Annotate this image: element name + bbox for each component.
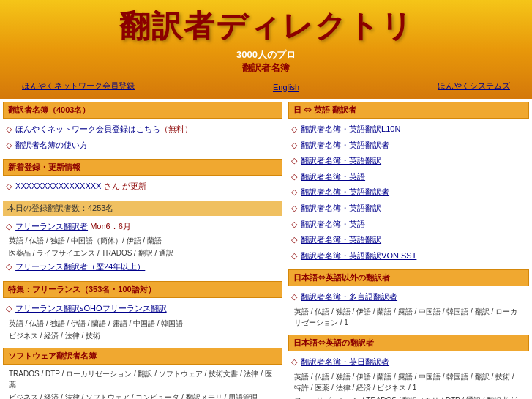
r2-info-text: 英語 / 仏語 / 独語 / 伊語 / 蘭語 / 露語 / 中国語 / 韓国語 … xyxy=(294,307,517,327)
new-item-suffix: さん xyxy=(104,182,120,190)
section-multilingual: 日本語⇔英語以外の翻訳者 ◇ 翻訳者名簿・多言語翻訳者 英語 / 仏語 / 独語… xyxy=(288,269,529,329)
section-ja-en-detail: 日本語⇔英語の翻訳者 ◇ 翻訳者名簿・英日翻訳者 英語 / 仏語 / 独語 / … xyxy=(288,335,529,399)
r-link1[interactable]: 翻訳者名簿・英語翻訳L10N xyxy=(301,124,400,133)
r-diamond2: ◇ xyxy=(291,141,297,149)
section-r3-header: 日本語⇔英語の翻訳者 xyxy=(288,335,529,351)
section-translator-list: 翻訳者名簿（4003名） ◇ ほんやくネットワーク会員登録はこちら（無料） ◇ … xyxy=(3,102,282,153)
featured-item1: ◇ フリーランス翻訳者 Mon6．6月 xyxy=(3,219,282,235)
count-info: 本日の登録翻訳者数：4253名 xyxy=(3,201,282,216)
special1-info2-text: ビジネス / 経済 / 法律 / 技術 xyxy=(9,332,100,340)
r-item6: ◇ 翻訳者名簿・英語翻訳 xyxy=(288,201,529,217)
special1-info2: ビジネス / 経済 / 法律 / 技術 xyxy=(3,329,282,342)
r-item5: ◇ 翻訳者名簿・英語翻訳者 xyxy=(288,184,529,201)
r-link6[interactable]: 翻訳者名簿・英語翻訳 xyxy=(301,204,381,212)
r3-info: 英語 / 仏語 / 独語 / 伊語 / 蘭語 / 露語 / 中国語 / 韓国語 … xyxy=(288,370,529,394)
r-link4[interactable]: 翻訳者名簿・英語 xyxy=(301,172,365,181)
nav-right-link[interactable]: ほんやくシステムズ xyxy=(438,81,510,92)
featured-info2: 医薬品 / ライフサイエンス / TRADOS / 翻訳 / 通訳 xyxy=(3,247,282,259)
r3-info2-text: ローカリゼーション / TRADOS / 翻訳メモリ / DTP / 通訳 / … xyxy=(294,396,519,399)
r-item4: ◇ 翻訳者名簿・英語 xyxy=(288,169,529,185)
r-diamond3: ◇ xyxy=(291,156,297,165)
site-title: 翻訳者ディレクトリ xyxy=(0,6,532,47)
software-info2: ビジネス / 経済 / 法律 / ソフトウェア / コンピュータ / 翻訳メモリ… xyxy=(3,391,282,399)
r2-item1: ◇ 翻訳者名簿・多言語翻訳者 xyxy=(288,289,529,305)
site-subtitle2: 翻訳者名簿 xyxy=(0,61,532,75)
r2-info: 英語 / 仏語 / 独語 / 伊語 / 蘭語 / 露語 / 中国語 / 韓国語 … xyxy=(288,305,529,329)
featured-item2: ◇ フリーランス翻訳者（歴24年以上） xyxy=(3,259,282,275)
english-link[interactable]: English xyxy=(273,83,299,92)
header-nav: ほんやくネットワーク会員登録 English ほんやくシステムズ xyxy=(0,78,532,94)
r-diamond9: ◇ xyxy=(291,251,297,260)
r3-info-text: 英語 / 仏語 / 独語 / 伊語 / 蘭語 / 露語 / 中国語 / 韓国語 … xyxy=(294,373,514,392)
r-item1: ◇ 翻訳者名簿・英語翻訳L10N xyxy=(288,122,529,138)
diamond-icon6: ◇ xyxy=(6,304,12,313)
section-featured: ◇ フリーランス翻訳者 Mon6．6月 英語 / 仏語 / 独語 / 中国語（簡… xyxy=(3,219,282,275)
r-diamond6: ◇ xyxy=(291,204,297,212)
featured-link2[interactable]: フリーランス翻訳者（歴24年以上） xyxy=(15,262,145,271)
r-diamond8: ◇ xyxy=(291,235,297,244)
register-suffix: （無料） xyxy=(160,124,192,133)
section-r1-header: 日 ⇔ 英語 翻訳者 xyxy=(288,102,529,119)
section3-header: 特集：フリーランス（353名・100語対） xyxy=(3,281,282,298)
register-link-item: ◇ ほんやくネットワーク会員登録はこちら（無料） xyxy=(3,122,282,138)
section2-header: 新着登録・更新情報 xyxy=(3,159,282,176)
new-item1: ◇ XXXXXXXXXXXXXXXX さん が更新 xyxy=(3,179,282,195)
register-link[interactable]: ほんやくネットワーク会員登録はこちら xyxy=(15,124,160,133)
r-item9: ◇ 翻訳者名簿・英語翻訳VON SST xyxy=(288,248,529,264)
main-content: 翻訳者名簿（4003名） ◇ ほんやくネットワーク会員登録はこちら（無料） ◇ … xyxy=(0,99,532,399)
r-link7[interactable]: 翻訳者名簿・英語 xyxy=(301,220,365,228)
r3-diamond1: ◇ xyxy=(291,357,297,366)
software-info1: TRADOS / DTP / ローカリゼーション / 翻訳 / ソフトウェア /… xyxy=(3,368,282,391)
software-info2-text: ビジネス / 経済 / 法律 / ソフトウェア / コンピュータ / 翻訳メモリ… xyxy=(9,393,258,399)
special1-info: 英語 / 仏語 / 独語 / 伊語 / 蘭語 / 露語 / 中国語 / 韓国語 xyxy=(3,317,282,329)
featured-info1: 英語 / 仏語 / 独語 / 中国語（簡体）/ 伊語 / 蘭語 xyxy=(3,234,282,247)
featured-info1-text: 英語 / 仏語 / 独語 / 中国語（簡体）/ 伊語 / 蘭語 xyxy=(9,236,162,245)
r-diamond5: ◇ xyxy=(291,187,297,196)
count-header: 本日の登録翻訳者数：4253名 xyxy=(7,204,113,212)
diamond-icon1: ◇ xyxy=(6,124,12,133)
r-link8[interactable]: 翻訳者名簿・英語翻訳 xyxy=(301,235,381,244)
section1-header: 翻訳者名簿（4003名） xyxy=(3,102,282,119)
r-link3[interactable]: 翻訳者名簿・英語翻訳 xyxy=(301,156,381,165)
r-item7: ◇ 翻訳者名簿・英語 xyxy=(288,217,529,233)
r3-info2: ローカリゼーション / TRADOS / 翻訳メモリ / DTP / 通訳 / … xyxy=(288,394,529,399)
featured-suffix: Mon6．6月 xyxy=(90,222,131,231)
section-new-reg: 新着登録・更新情報 ◇ XXXXXXXXXXXXXXXX さん が更新 xyxy=(3,159,282,195)
nav-left-link[interactable]: ほんやくネットワーク会員登録 xyxy=(22,81,135,92)
featured-info2-text: 医薬品 / ライフサイエンス / TRADOS / 翻訳 / 通訳 xyxy=(9,249,173,257)
section-software: ソフトウェア翻訳者名簿 TRADOS / DTP / ローカリゼーション / 翻… xyxy=(3,348,282,399)
section-r2-header: 日本語⇔英語以外の翻訳者 xyxy=(288,269,529,286)
diamond-icon5: ◇ xyxy=(6,262,12,271)
section-ja-en: 日 ⇔ 英語 翻訳者 ◇ 翻訳者名簿・英語翻訳L10N ◇ 翻訳者名簿・英語翻訳… xyxy=(288,102,529,264)
software-info1-text: TRADOS / DTP / ローカリゼーション / 翻訳 / ソフトウェア /… xyxy=(9,370,272,389)
diamond-icon4: ◇ xyxy=(6,222,12,231)
special1-info-text: 英語 / 仏語 / 独語 / 伊語 / 蘭語 / 露語 / 中国語 / 韓国語 xyxy=(9,319,183,327)
r2-link1[interactable]: 翻訳者名簿・多言語翻訳者 xyxy=(301,292,397,301)
left-column: 翻訳者名簿（4003名） ◇ ほんやくネットワーク会員登録はこちら（無料） ◇ … xyxy=(0,99,285,399)
r3-item1: ◇ 翻訳者名簿・英日翻訳者 xyxy=(288,354,529,370)
diamond-icon2: ◇ xyxy=(6,141,12,149)
special1-item: ◇ フリーランス翻訳sOHOフリーランス翻訳 xyxy=(3,301,282,317)
site-subtitle: 3000人のプロ xyxy=(0,48,532,61)
r-link9[interactable]: 翻訳者名簿・英語翻訳VON SST xyxy=(301,251,416,260)
new-translator-link[interactable]: XXXXXXXXXXXXXXXX xyxy=(15,182,101,190)
r-item2: ◇ 翻訳者名簿・英語翻訳者 xyxy=(288,138,529,154)
r-item3: ◇ 翻訳者名簿・英語翻訳 xyxy=(288,153,529,169)
r-link5[interactable]: 翻訳者名簿・英語翻訳者 xyxy=(301,187,389,196)
r-link2[interactable]: 翻訳者名簿・英語翻訳者 xyxy=(301,141,389,149)
howto-link[interactable]: 翻訳者名簿の使い方 xyxy=(15,141,88,149)
howto-link-item: ◇ 翻訳者名簿の使い方 xyxy=(3,138,282,154)
r-diamond4: ◇ xyxy=(291,172,297,181)
section4-header: ソフトウェア翻訳者名簿 xyxy=(3,348,282,365)
right-column: 日 ⇔ 英語 翻訳者 ◇ 翻訳者名簿・英語翻訳L10N ◇ 翻訳者名簿・英語翻訳… xyxy=(285,99,532,399)
r-item8: ◇ 翻訳者名簿・英語翻訳 xyxy=(288,232,529,248)
r3-link1[interactable]: 翻訳者名簿・英日翻訳者 xyxy=(301,357,389,366)
new-item-suffix2: が更新 xyxy=(122,182,146,190)
diamond-icon3: ◇ xyxy=(6,182,12,190)
r-diamond7: ◇ xyxy=(291,220,297,228)
special1-link[interactable]: フリーランス翻訳sOHOフリーランス翻訳 xyxy=(15,304,167,313)
page-header: 翻訳者ディレクトリ 3000人のプロ 翻訳者名簿 ほんやくネットワーク会員登録 … xyxy=(0,0,532,99)
r2-diamond1: ◇ xyxy=(291,292,297,301)
section-special: 特集：フリーランス（353名・100語対） ◇ フリーランス翻訳sOHOフリーラ… xyxy=(3,281,282,342)
featured-link[interactable]: フリーランス翻訳者 xyxy=(15,222,88,231)
